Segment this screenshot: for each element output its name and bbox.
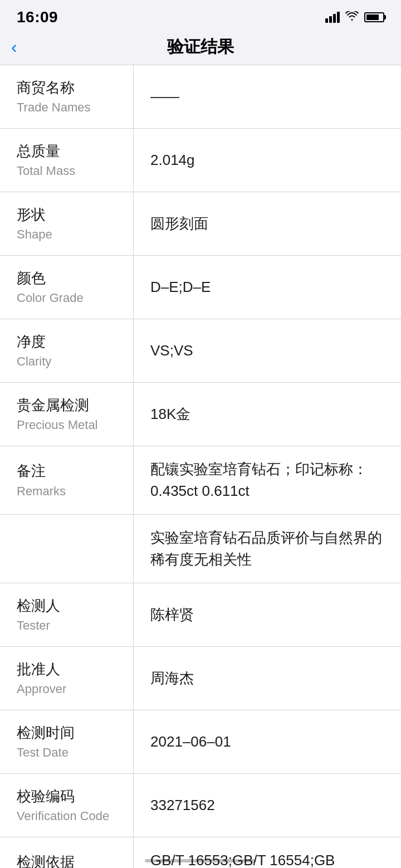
value-shape: 圆形刻面 [134, 192, 401, 255]
home-indicator [145, 859, 256, 862]
value-normative-ref: GB/T 16553;GB/T 16554;GB 11887;GB/T 1804… [134, 837, 401, 868]
value-tester: 陈梓贤 [134, 583, 401, 646]
battery-icon [364, 12, 384, 22]
label-total-mass: 总质量 Total Mass [0, 129, 134, 192]
value-verification-code: 33271562 [134, 774, 401, 837]
back-button[interactable]: ‹ [11, 38, 17, 56]
label-shape: 形状 Shape [0, 192, 134, 255]
signal-icon [325, 12, 340, 23]
table-row: 颜色 Color Grade D–E;D–E [0, 256, 401, 319]
table-row: 批准人 Approver 周海杰 [0, 647, 401, 710]
status-time: 16:09 [17, 8, 58, 26]
label-remarks: 备注 Remarks [0, 446, 134, 514]
table-row: 检测依据 Normative Refere GB/T 16553;GB/T 16… [0, 837, 401, 868]
value-precious-metal: 18K金 [134, 383, 401, 446]
status-icons [325, 11, 384, 24]
wifi-icon [345, 11, 359, 24]
table-row: 校验编码 Verification Code 33271562 [0, 774, 401, 837]
label-trade-names: 商贸名称 Trade Names [0, 65, 134, 128]
status-bar: 16:09 [0, 0, 401, 31]
table-row: 实验室培育钻石品质评价与自然界的稀有度无相关性 [0, 515, 401, 583]
label-test-date: 检测时间 Test Date [0, 710, 134, 773]
label-precious-metal: 贵金属检测 Precious Metal [0, 383, 134, 446]
label-clarity: 净度 Clarity [0, 319, 134, 382]
label-approver: 批准人 Approver [0, 647, 134, 710]
label-verification-code: 校验编码 Verification Code [0, 774, 134, 837]
value-total-mass: 2.014g [134, 129, 401, 192]
table-row: 形状 Shape 圆形刻面 [0, 192, 401, 256]
page-title: 验证结果 [167, 36, 234, 58]
label-normative-ref: 检测依据 Normative Refere [0, 837, 134, 868]
nav-bar: ‹ 验证结果 [0, 31, 401, 65]
table-row: 检测人 Tester 陈梓贤 [0, 583, 401, 647]
value-test-date: 2021–06–01 [134, 710, 401, 773]
table-row: 备注 Remarks 配镶实验室培育钻石；印记标称：0.435ct 0.611c… [0, 446, 401, 515]
table-row: 商贸名称 Trade Names —— [0, 65, 401, 129]
results-table: 商贸名称 Trade Names —— 总质量 Total Mass 2.014… [0, 65, 401, 868]
value-remarks: 配镶实验室培育钻石；印记标称：0.435ct 0.611ct [134, 446, 401, 514]
table-row: 检测时间 Test Date 2021–06–01 [0, 710, 401, 774]
label-color-grade: 颜色 Color Grade [0, 256, 134, 319]
value-approver: 周海杰 [134, 647, 401, 710]
value-remarks-note: 实验室培育钻石品质评价与自然界的稀有度无相关性 [134, 515, 401, 583]
label-tester: 检测人 Tester [0, 583, 134, 646]
value-color-grade: D–E;D–E [134, 256, 401, 319]
value-trade-names: —— [134, 65, 401, 128]
table-row: 总质量 Total Mass 2.014g [0, 129, 401, 192]
table-row: 净度 Clarity VS;VS [0, 319, 401, 383]
label-empty [0, 515, 134, 583]
value-clarity: VS;VS [134, 319, 401, 382]
table-row: 贵金属检测 Precious Metal 18K金 [0, 383, 401, 446]
